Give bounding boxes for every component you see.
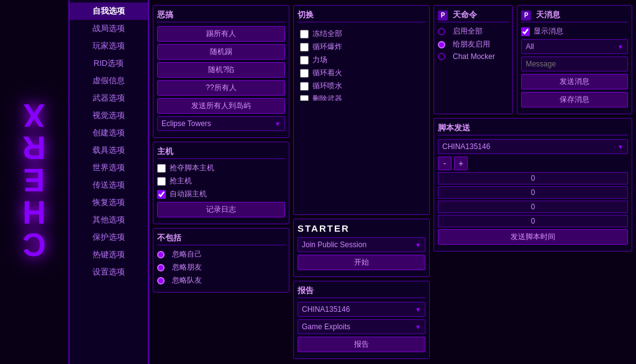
script-plus-btn[interactable]: + [454, 157, 468, 170]
start-button[interactable]: 开始 [298, 255, 425, 270]
col2: 切换 冻结全部循环爆炸力场循环着火循环喷水删除武器摇晃镜头无通?五星通?跟出截且… [293, 5, 430, 359]
show-message-check[interactable] [521, 27, 530, 36]
grif-btn-4[interactable]: 发送所有人到岛屿 [157, 98, 285, 114]
script-value-1[interactable] [438, 186, 628, 199]
switch-label-3: 循环着火 [312, 68, 342, 78]
exclude-panel: 不包括 忽略自己忽略朋友忽略队友 [153, 228, 289, 293]
message-input[interactable] [521, 57, 628, 71]
script-value-0[interactable] [438, 172, 628, 184]
grif-dropdown[interactable]: Eclipse Towers ▼ [157, 116, 285, 131]
script-value-3[interactable] [438, 215, 628, 227]
nav-item-15[interactable]: 设置选项 [70, 263, 148, 281]
tianming-dot-1 [438, 41, 445, 48]
logo: CHERX [18, 101, 50, 263]
tianxiao-title: P 天消息 [521, 9, 628, 22]
switch-check-4[interactable] [300, 82, 309, 91]
save-message-button[interactable]: 保存消息 [521, 92, 628, 107]
nav-item-9[interactable]: 世界选项 [70, 159, 148, 176]
report-dd1-arrow: ▼ [415, 306, 421, 313]
send-script-button[interactable]: 发送脚本时间 [438, 229, 628, 245]
nav-item-6[interactable]: 视觉选项 [70, 107, 148, 124]
tianming-panel: P 天命令 启用全部给朋友启用Chat Mocker [434, 5, 513, 114]
script-title: 脚本发送 [438, 122, 628, 135]
report-dd2[interactable]: Game Exploits ▼ [298, 319, 425, 334]
host-panel: 主机 抢夺脚本主机抢主机自动踢主机 记录日志 [153, 142, 289, 224]
host-check-1[interactable] [157, 177, 166, 186]
nav-item-3[interactable]: RID选项 [70, 55, 148, 72]
nav-item-13[interactable]: 保护选项 [70, 229, 148, 246]
grif-btn-3[interactable]: ??所有人 [157, 80, 285, 96]
tianming-title: P 天命令 [438, 9, 509, 22]
starter-panel: STARTER Join Public Session ▼ 开始 [293, 219, 430, 277]
switch-check-2[interactable] [300, 56, 309, 65]
tianming-dot-0 [438, 28, 445, 35]
switch-label-4: 循环喷水 [312, 81, 342, 91]
host-check-label-0: 抢夺脚本主机 [170, 163, 214, 173]
grif-btn-0[interactable]: 踢所有人 [157, 26, 285, 42]
script-value-row-2 [438, 201, 628, 213]
switch-item-5: 删除武器 [300, 94, 423, 101]
nav-item-5[interactable]: 武器选项 [70, 89, 148, 107]
script-dropdown[interactable]: CHINA135146 ▼ [438, 139, 628, 154]
starter-dropdown[interactable]: Join Public Session ▼ [298, 237, 425, 252]
send-message-button[interactable]: 发送消息 [521, 74, 628, 89]
script-minus-btn[interactable]: - [438, 157, 452, 170]
exclude-item-0: 忽略自己 [157, 249, 285, 260]
nav-item-12[interactable]: 其他选项 [70, 211, 148, 229]
nav-item-8[interactable]: 载具选项 [70, 142, 148, 159]
switch-scroll[interactable]: 冻结全部循环爆炸力场循环着火循环喷水删除武器摇晃镜头无通?五星通?跟出截且 [298, 26, 425, 101]
host-check-2[interactable] [157, 190, 166, 199]
switch-check-1[interactable] [300, 43, 309, 52]
nav-item-14[interactable]: 热键选项 [70, 246, 148, 263]
switch-check-3[interactable] [300, 69, 309, 78]
starter-dropdown-arrow: ▼ [415, 242, 421, 248]
switch-item-4: 循环喷水 [300, 81, 423, 91]
main-content: 恶搞 踢所有人随机踢随机?陷??所有人发送所有人到岛屿 Eclipse Towe… [149, 0, 636, 364]
script-value-2[interactable] [438, 201, 628, 213]
host-check-0[interactable] [157, 164, 166, 173]
tianming-label-2: Chat Mocker [453, 52, 495, 61]
switch-item-0: 冻结全部 [300, 29, 423, 39]
switch-check-5[interactable] [300, 95, 309, 101]
host-check-row-0: 抢夺脚本主机 [157, 163, 285, 173]
script-value-row-0 [438, 172, 628, 184]
grif-panel: 恶搞 踢所有人随机踢随机?陷??所有人发送所有人到岛屿 Eclipse Towe… [153, 5, 289, 138]
grif-btn-2[interactable]: 随机?陷 [157, 62, 285, 78]
script-panel: 脚本发送 CHINA135146 ▼ - + 发送脚本时间 [434, 118, 632, 252]
grif-btn-1[interactable]: 随机踢 [157, 44, 285, 60]
switch-label-1: 循环爆炸 [312, 42, 342, 52]
nav-item-7[interactable]: 创建选项 [70, 124, 148, 142]
host-check-row-2: 自动踢主机 [157, 189, 285, 199]
switch-item-2: 力场 [300, 55, 423, 65]
nav-item-0[interactable]: 自我选项 [70, 2, 148, 20]
nav-item-11[interactable]: 恢复选项 [70, 194, 148, 211]
host-check-row-1: 抢主机 [157, 176, 285, 186]
switch-check-0[interactable] [300, 30, 309, 39]
report-title: 报告 [298, 285, 425, 298]
script-dropdown-arrow: ▼ [617, 143, 624, 150]
exclude-label-1: 忽略朋友 [172, 262, 202, 273]
nav-item-4[interactable]: 虚假信息 [70, 72, 148, 89]
exclude-dot-1 [157, 264, 165, 271]
message-scope-dropdown[interactable]: All ▼ [521, 39, 628, 54]
switch-item-3: 循环着火 [300, 68, 423, 78]
nav-item-10[interactable]: 传送选项 [70, 176, 148, 194]
log-button[interactable]: 记录日志 [157, 202, 285, 217]
nav-item-1[interactable]: 战局选项 [70, 20, 148, 37]
script-value-row-1 [438, 186, 628, 199]
report-dd1[interactable]: CHINA135146 ▼ [298, 302, 425, 317]
switch-title: 切换 [298, 9, 425, 22]
col34: P 天命令 启用全部给朋友启用Chat Mocker P 天消息 显示消息 Al… [434, 5, 632, 359]
tianming-label-0: 启用全部 [453, 26, 483, 37]
nav-sidebar: 自我选项战局选项玩家选项RID选项虚假信息武器选项视觉选项创建选项载具选项世界选… [68, 0, 149, 364]
starter-dropdown-text: Join Public Session [302, 240, 415, 249]
switch-panel: 切换 冻结全部循环爆炸力场循环着火循环喷水删除武器摇晃镜头无通?五星通?跟出截且 [293, 5, 430, 215]
exclude-item-1: 忽略朋友 [157, 262, 285, 273]
logo-sidebar: CHERX [0, 0, 68, 364]
switch-label-0: 冻结全部 [312, 29, 342, 39]
tianxiao-panel: P 天消息 显示消息 All ▼ 发送消息 保存消息 [517, 5, 632, 114]
top-row: P 天命令 启用全部给朋友启用Chat Mocker P 天消息 显示消息 Al… [434, 5, 632, 114]
report-button[interactable]: 报告 [298, 337, 425, 352]
tianming-item-0: 启用全部 [438, 26, 509, 37]
nav-item-2[interactable]: 玩家选项 [70, 37, 148, 55]
